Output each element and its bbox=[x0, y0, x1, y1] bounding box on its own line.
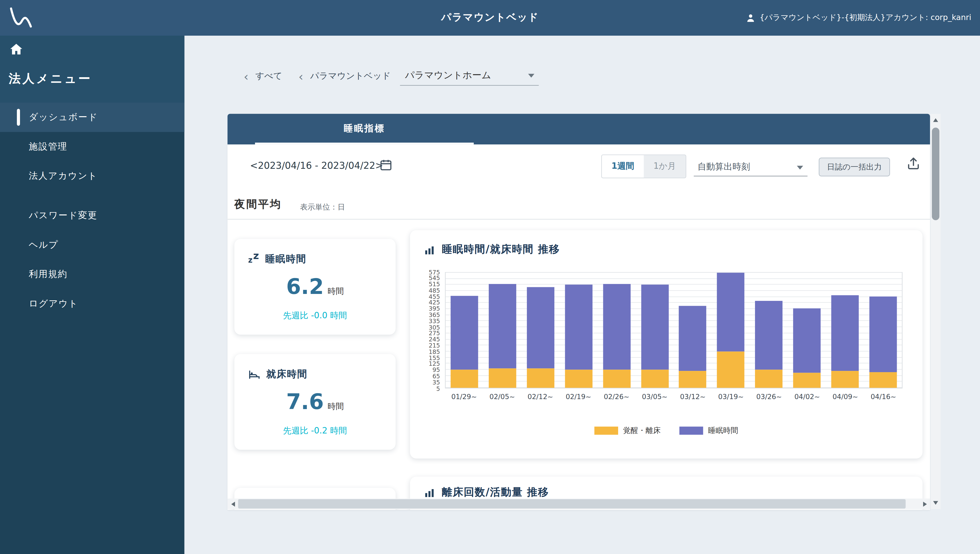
sidebar-item-help[interactable]: ヘルプ bbox=[0, 230, 184, 260]
app-window: パラマウントベッド {パラマウントベッド}-{初期法人}アカウント: corp_… bbox=[0, 0, 980, 554]
bar-segment bbox=[641, 285, 668, 370]
horizontal-scrollbar-thumb[interactable] bbox=[238, 499, 906, 509]
bar-segment bbox=[603, 284, 630, 370]
stat-title: 就床時間 bbox=[266, 368, 307, 381]
x-axis-label: 02/26~ bbox=[597, 393, 636, 401]
y-axis-label: 365 bbox=[429, 312, 440, 318]
bar-segment bbox=[603, 370, 630, 388]
sidebar-gap bbox=[0, 191, 184, 201]
auto-calc-time-dropdown[interactable]: 自動算出時刻 bbox=[694, 158, 808, 176]
stat-delta: 先週比 -0.2 時間 bbox=[234, 425, 396, 436]
date-range-selector[interactable]: <2023/04/16 - 2023/04/22> bbox=[250, 160, 383, 171]
bar-segment bbox=[451, 296, 478, 370]
export-icon[interactable] bbox=[906, 156, 921, 171]
bar-segment bbox=[679, 370, 706, 388]
stat-value: 7.6 bbox=[286, 389, 324, 414]
x-axis-label: 03/19~ bbox=[712, 393, 750, 401]
bar-group bbox=[445, 273, 484, 388]
sidebar-item-label: ヘルプ bbox=[29, 239, 59, 251]
y-axis-label: 215 bbox=[429, 343, 440, 348]
chart-x-axis: 01/29~02/05~02/12~02/19~02/26~03/05~03/1… bbox=[445, 393, 902, 401]
x-axis-label: 03/12~ bbox=[674, 393, 712, 401]
sidebar-item-change-password[interactable]: パスワード変更 bbox=[0, 201, 184, 230]
top-header-bar: パラマウントベッド {パラマウントベッド}-{初期法人}アカウント: corp_… bbox=[0, 0, 980, 36]
bar-segment bbox=[755, 301, 783, 370]
chart-title: 睡眠時間/就床時間 推移 bbox=[442, 243, 560, 257]
y-axis-label: 65 bbox=[432, 373, 440, 379]
breadcrumb-parent-link[interactable]: パラマウントベッド bbox=[310, 71, 391, 82]
diary-export-button[interactable]: 日誌の一括出力 bbox=[819, 158, 890, 176]
bar-group bbox=[598, 273, 636, 388]
stat-unit: 時間 bbox=[328, 286, 344, 296]
sidebar-item-dashboard[interactable]: ダッシュボード bbox=[0, 102, 184, 132]
user-icon bbox=[746, 13, 756, 23]
chevron-left-icon[interactable]: ‹ bbox=[244, 70, 248, 82]
bar-segment bbox=[869, 297, 896, 372]
chart-y-axis: 5755455154854554253953653353052752452151… bbox=[413, 272, 442, 389]
tab-sleep-indicators[interactable]: 睡眠指標 bbox=[255, 114, 474, 145]
x-axis-label: 02/19~ bbox=[560, 393, 598, 401]
x-axis-label: 03/26~ bbox=[750, 393, 788, 401]
active-indicator bbox=[17, 109, 20, 126]
bar-group bbox=[484, 273, 522, 388]
y-axis-label: 575 bbox=[429, 269, 440, 275]
chevron-down-icon bbox=[528, 74, 535, 78]
section-divider bbox=[228, 219, 930, 220]
y-axis-label: 35 bbox=[432, 379, 440, 385]
chart-title: 離床回数/活動量 推移 bbox=[442, 485, 549, 499]
x-axis-label: 04/02~ bbox=[788, 393, 826, 401]
bar-segment bbox=[679, 306, 706, 370]
scroll-up-arrow[interactable] bbox=[931, 115, 940, 125]
period-week-button[interactable]: 1週間 bbox=[602, 155, 644, 178]
x-axis-label: 04/16~ bbox=[864, 393, 903, 401]
home-selector-value: パラマウントホーム bbox=[405, 69, 491, 81]
sleep-zz-icon: zz bbox=[248, 254, 259, 264]
sidebar-item-terms[interactable]: 利用規約 bbox=[0, 260, 184, 289]
sidebar-item-label: ダッシュボード bbox=[29, 111, 98, 123]
bar-segment bbox=[565, 370, 592, 388]
vertical-scrollbar[interactable] bbox=[931, 114, 940, 509]
bar-segment bbox=[717, 273, 745, 351]
breadcrumb-all-link[interactable]: すべて bbox=[256, 71, 282, 82]
chevron-left-icon[interactable]: ‹ bbox=[299, 70, 304, 82]
vertical-scrollbar-thumb[interactable] bbox=[932, 128, 939, 220]
bar-segment bbox=[869, 372, 896, 388]
panel-tab-bar: 睡眠指標 bbox=[228, 114, 930, 145]
y-axis-label: 485 bbox=[429, 287, 440, 294]
bar-segment bbox=[793, 373, 820, 388]
y-axis-label: 335 bbox=[429, 318, 440, 324]
app-title: パラマウントベッド bbox=[441, 0, 539, 36]
bar-group bbox=[636, 273, 674, 388]
sidebar-item-label: パスワード変更 bbox=[29, 209, 97, 221]
sidebar-item-label: 利用規約 bbox=[29, 268, 67, 280]
sidebar-item-facility-management[interactable]: 施設管理 bbox=[0, 132, 184, 161]
chevron-down-icon bbox=[797, 165, 803, 169]
y-axis-label: 5 bbox=[436, 385, 440, 391]
main-content: ‹ すべて ‹ パラマウントベッド パラマウントホーム 睡眠指標 <2023/0… bbox=[184, 36, 980, 554]
bar-group bbox=[750, 273, 788, 388]
stat-title: 睡眠時間 bbox=[265, 253, 307, 266]
sidebar-item-corporate-account[interactable]: 法人アカウント bbox=[0, 161, 184, 191]
scroll-down-arrow[interactable] bbox=[931, 498, 940, 508]
scroll-right-arrow[interactable] bbox=[919, 499, 930, 509]
y-axis-label: 185 bbox=[429, 349, 440, 355]
calendar-icon[interactable] bbox=[379, 158, 392, 171]
y-axis-label: 155 bbox=[429, 355, 440, 361]
bar-segment bbox=[565, 285, 592, 370]
home-icon[interactable] bbox=[9, 42, 24, 57]
y-axis-label: 245 bbox=[429, 337, 440, 342]
period-month-button[interactable]: 1か月 bbox=[644, 155, 686, 178]
bar-group bbox=[788, 273, 826, 388]
y-axis-label: 395 bbox=[429, 306, 440, 312]
legend-swatch bbox=[679, 426, 703, 435]
panel-body: <2023/04/16 - 2023/04/22> 1週間 1か月 自動算出時刻… bbox=[228, 144, 930, 509]
bar-segment bbox=[831, 370, 859, 388]
sidebar-item-label: ログアウト bbox=[29, 298, 78, 310]
horizontal-scrollbar[interactable] bbox=[228, 499, 930, 509]
sidebar-header: 法人メニュー bbox=[0, 36, 184, 102]
sidebar-item-logout[interactable]: ログアウト bbox=[0, 289, 184, 319]
y-axis-label: 305 bbox=[429, 324, 440, 330]
scroll-left-arrow[interactable] bbox=[228, 499, 238, 509]
home-selector-dropdown[interactable]: パラマウントホーム bbox=[400, 65, 539, 86]
legend-item: 睡眠時間 bbox=[679, 425, 738, 436]
